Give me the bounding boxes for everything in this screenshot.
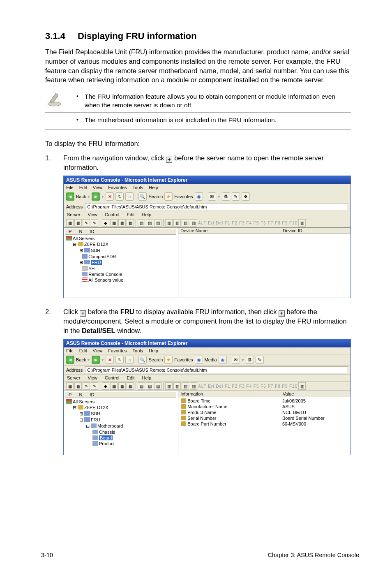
menu-view[interactable]: View xyxy=(93,348,103,353)
tool-icon[interactable]: ▤ xyxy=(138,382,145,390)
app-menu-view[interactable]: View xyxy=(88,375,97,380)
tool-icon[interactable]: ✎ xyxy=(91,382,98,390)
home-button-icon[interactable]: ⌂ xyxy=(125,192,134,201)
address-input[interactable] xyxy=(85,366,348,373)
forward-button-icon[interactable]: ► xyxy=(92,356,100,364)
tool-icon[interactable]: ▦ xyxy=(110,382,118,390)
tool-icon[interactable]: ▦ xyxy=(110,219,118,227)
tool-icon[interactable]: ✎ xyxy=(83,382,90,390)
edit-icon[interactable]: ✎ xyxy=(256,356,264,364)
menu-file[interactable]: File xyxy=(66,348,74,353)
tool-icon[interactable]: ◆ xyxy=(102,219,109,227)
edit-icon[interactable]: ✎ xyxy=(232,192,240,201)
menu-tools[interactable]: Tools xyxy=(133,348,143,353)
menu-favorites[interactable]: Favorites xyxy=(108,185,127,190)
menu-help[interactable]: Help xyxy=(149,348,158,353)
app-menu-help[interactable]: Help xyxy=(142,375,152,380)
detail-row[interactable]: Board Part Number60-MSV000 xyxy=(180,421,349,427)
app-menu-view[interactable]: View xyxy=(88,212,97,217)
tool-icon[interactable]: ▤ xyxy=(154,382,161,390)
menu-edit[interactable]: Edit xyxy=(79,185,87,190)
refresh-button-icon[interactable]: ↻ xyxy=(115,356,124,364)
tool-icon[interactable]: ▤ xyxy=(146,219,153,227)
tool-icon[interactable]: ▦ xyxy=(66,219,74,227)
tool-icon[interactable]: ▥ xyxy=(173,382,181,390)
tree-fru[interactable]: ⊞ FRU xyxy=(79,259,176,266)
tool-icon[interactable]: ▥ xyxy=(182,219,189,227)
tree-server-node[interactable]: ⊟ Z8PE-D12X xyxy=(73,405,176,411)
search-icon[interactable]: 🔍 xyxy=(138,356,147,364)
detail-row[interactable]: Manufacturer NameASUS xyxy=(180,404,349,409)
forward-button-icon[interactable]: ► xyxy=(92,192,100,201)
back-button-icon[interactable]: ◄ xyxy=(66,192,74,201)
app-menu-control[interactable]: Control xyxy=(105,375,119,380)
tool-icon[interactable]: ▥ xyxy=(190,219,197,227)
address-input[interactable] xyxy=(85,203,348,210)
search-icon[interactable]: 🔍 xyxy=(138,192,147,201)
tree-sdr[interactable]: ⊞ SDR xyxy=(79,411,176,417)
app-menu-edit[interactable]: Edit xyxy=(127,212,135,217)
tree-board[interactable]: Board xyxy=(92,435,176,441)
mail-icon[interactable]: ✉ xyxy=(208,192,216,201)
search-label[interactable]: Search xyxy=(148,194,163,199)
refresh-button-icon[interactable]: ↻ xyxy=(115,192,124,201)
favorites-icon[interactable]: ★ xyxy=(164,192,173,201)
tool-icon[interactable]: ▥ xyxy=(298,382,306,390)
tool-icon[interactable]: ▦ xyxy=(66,382,74,390)
tool-icon[interactable]: ▥ xyxy=(190,382,197,390)
media-label[interactable]: Media xyxy=(205,357,217,362)
tool-icon[interactable]: ▤ xyxy=(146,382,153,390)
tool-icon[interactable]: ▦ xyxy=(127,219,134,227)
app-menu-server[interactable]: Server xyxy=(67,212,80,217)
tree-remote-console[interactable]: Remote Console xyxy=(79,271,176,277)
tool-icon[interactable]: ▤ xyxy=(138,219,145,227)
stop-button-icon[interactable]: ✕ xyxy=(106,356,114,364)
menu-file[interactable]: File xyxy=(66,185,74,190)
tool-icon[interactable]: ▦ xyxy=(74,219,82,227)
favorites-label[interactable]: Favorites xyxy=(174,357,193,362)
search-label[interactable]: Search xyxy=(148,357,163,362)
tree-all-sensors[interactable]: All Sensors value xyxy=(79,277,176,283)
tool-icon[interactable]: ◆ xyxy=(102,382,109,390)
tree-motherboard[interactable]: ⊟ Motherboard xyxy=(86,423,176,429)
app-menu-edit[interactable]: Edit xyxy=(127,375,135,380)
menu-help[interactable]: Help xyxy=(149,185,158,190)
stop-button-icon[interactable]: ✕ xyxy=(106,192,114,201)
tool-icon[interactable]: ▥ xyxy=(173,219,181,227)
print-icon[interactable]: 🖶 xyxy=(222,192,230,201)
tool-icon[interactable]: ✎ xyxy=(91,219,98,227)
app-menu-control[interactable]: Control xyxy=(105,212,119,217)
detail-row[interactable]: Serial NumberBoard Serial Number xyxy=(180,415,349,421)
menu-view[interactable]: View xyxy=(93,185,103,190)
history-icon[interactable]: ◉ xyxy=(219,356,227,364)
menu-favorites[interactable]: Favorites xyxy=(108,348,127,353)
tool-icon[interactable]: ▥ xyxy=(165,219,173,227)
discuss-icon[interactable]: ❖ xyxy=(242,192,250,201)
media-icon[interactable]: ◉ xyxy=(195,356,203,364)
tree-all-servers[interactable]: All Servers xyxy=(66,236,176,241)
favorites-icon[interactable]: ★ xyxy=(164,356,173,364)
tool-icon[interactable]: ▦ xyxy=(74,382,82,390)
tree-sel[interactable]: SEL xyxy=(79,266,176,271)
tool-icon[interactable]: ▥ xyxy=(165,382,173,390)
tree-fru[interactable]: ⊟ FRU xyxy=(79,417,176,423)
history-icon[interactable]: ◉ xyxy=(195,192,203,201)
tree-compactsdr[interactable]: CompactSDR xyxy=(79,254,176,259)
tool-icon[interactable]: ✎ xyxy=(83,219,90,227)
tool-icon[interactable]: ▤ xyxy=(154,219,161,227)
tool-icon[interactable]: ▦ xyxy=(118,219,126,227)
detail-row[interactable]: Board TimeJul/06/2005 xyxy=(180,398,349,404)
tree-sdr[interactable]: ⊞ SDR xyxy=(79,248,176,254)
app-menu-help[interactable]: Help xyxy=(142,212,152,217)
menu-tools[interactable]: Tools xyxy=(133,185,143,190)
back-button-label[interactable]: Back xyxy=(76,357,86,362)
tree-chassis[interactable]: Chassis xyxy=(92,429,176,435)
home-button-icon[interactable]: ⌂ xyxy=(125,356,134,364)
tool-icon[interactable]: ▥ xyxy=(182,382,189,390)
back-button-icon[interactable]: ◄ xyxy=(66,356,74,364)
menu-edit[interactable]: Edit xyxy=(79,348,87,353)
print-icon[interactable]: 🖶 xyxy=(246,356,254,364)
tool-icon[interactable]: ▥ xyxy=(298,219,306,227)
tool-icon[interactable]: ▦ xyxy=(127,382,134,390)
back-button-label[interactable]: Back xyxy=(76,194,86,199)
